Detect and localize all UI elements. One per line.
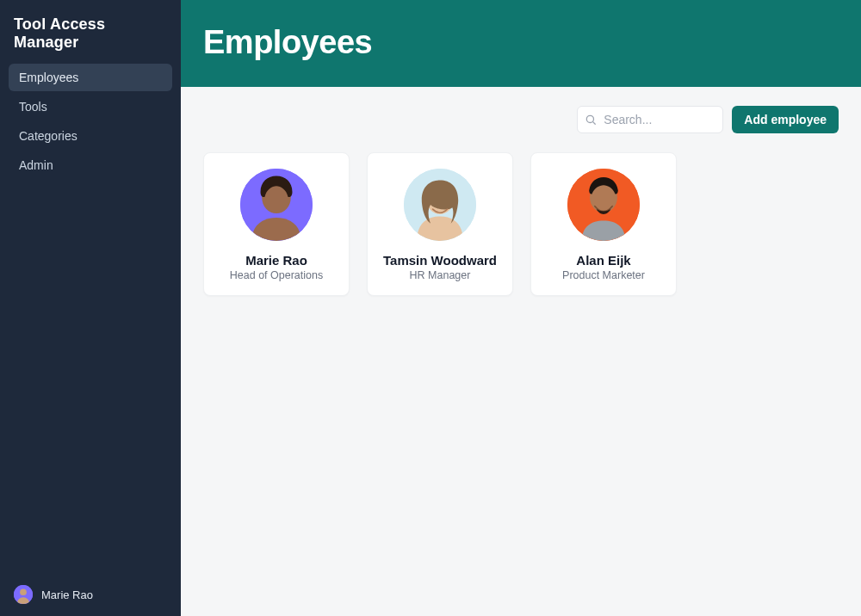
employee-name: Alan Eijk: [576, 253, 630, 268]
main: Employees Add employee: [181, 0, 861, 616]
person-icon: [14, 585, 33, 604]
sidebar-item-employees[interactable]: Employees: [9, 64, 172, 91]
person-icon: [567, 169, 640, 241]
search-input[interactable]: [577, 106, 723, 133]
sidebar-item-categories[interactable]: Categories: [9, 122, 172, 150]
current-user[interactable]: Marie Rao: [0, 573, 181, 616]
sidebar-item-tools[interactable]: Tools: [9, 93, 172, 120]
app-title: Tool Access Manager: [0, 0, 181, 64]
employee-role: Head of Operations: [230, 269, 323, 281]
employee-name: Marie Rao: [245, 253, 307, 268]
person-icon: [404, 169, 476, 241]
search-wrap: [577, 106, 723, 133]
avatar: [240, 169, 313, 241]
sidebar-nav: Employees Tools Categories Admin: [0, 64, 181, 181]
employee-role: Product Marketer: [562, 269, 645, 281]
toolbar: Add employee: [203, 106, 839, 133]
header: Employees: [181, 0, 861, 87]
employee-name: Tamsin Woodward: [383, 253, 497, 268]
sidebar: Tool Access Manager Employees Tools Cate…: [0, 0, 181, 616]
person-icon: [240, 169, 313, 241]
search-icon: [585, 114, 597, 126]
avatar: [14, 585, 33, 604]
employee-card[interactable]: Tamsin Woodward HR Manager: [367, 152, 513, 296]
svg-line-3: [593, 122, 596, 125]
employee-role: HR Manager: [410, 269, 471, 281]
employee-card[interactable]: Alan Eijk Product Marketer: [530, 152, 677, 296]
current-user-name: Marie Rao: [41, 588, 93, 601]
page-title: Employees: [203, 24, 839, 61]
avatar: [404, 169, 476, 241]
svg-point-1: [20, 588, 27, 595]
employee-card[interactable]: Marie Rao Head of Operations: [203, 152, 350, 296]
employee-grid: Marie Rao Head of Operations Tamsin Wood…: [203, 152, 839, 296]
add-employee-button[interactable]: Add employee: [732, 106, 839, 133]
content: Add employee Marie Rao Head of Operation…: [181, 87, 861, 315]
avatar: [567, 169, 640, 241]
sidebar-item-admin[interactable]: Admin: [9, 151, 172, 179]
